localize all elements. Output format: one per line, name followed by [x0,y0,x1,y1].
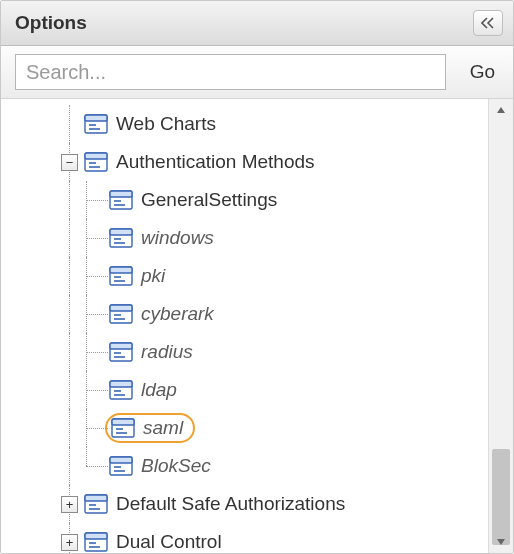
scroll-up-arrow-icon[interactable] [489,99,513,121]
tree-item-label: cyberark [141,303,214,325]
properties-icon [109,304,133,324]
svg-rect-17 [110,267,132,273]
go-button[interactable]: Go [470,61,495,83]
scroll-down-arrow-icon[interactable] [489,531,513,553]
tree-item-label: pki [141,265,165,287]
tree-container: Web Charts−Authentication MethodsGeneral… [1,99,513,553]
svg-rect-21 [110,305,132,311]
svg-rect-33 [112,419,134,425]
vertical-scrollbar[interactable] [488,99,513,553]
svg-rect-1 [85,115,107,121]
svg-rect-25 [110,343,132,349]
tree-item-label: windows [141,227,214,249]
expand-toggle[interactable]: + [61,496,78,513]
tree-item-auth-methods[interactable]: −Authentication Methods [1,143,488,181]
tree-item-default-safe-auth[interactable]: +Default Safe Authorizations [1,485,488,523]
svg-rect-41 [85,495,107,501]
options-panel: Options Go Web Charts−Authentication Met… [0,0,514,554]
tree-item-label: Authentication Methods [116,151,315,173]
collapse-panel-button[interactable] [473,10,503,36]
tree-item-ldap[interactable]: ldap [1,371,488,409]
properties-icon [84,152,108,172]
chevrons-left-icon [481,17,495,29]
svg-rect-5 [85,153,107,159]
tree-item-label: GeneralSettings [141,189,277,211]
svg-rect-13 [110,229,132,235]
properties-icon [109,380,133,400]
search-input[interactable] [15,54,446,90]
tree-item-dual-control[interactable]: +Dual Control [1,523,488,553]
properties-icon [109,228,133,248]
options-tree: Web Charts−Authentication MethodsGeneral… [1,99,488,553]
tree-item-pki[interactable]: pki [1,257,488,295]
tree-item-label: BlokSec [141,455,211,477]
properties-icon [84,494,108,514]
tree-item-windows[interactable]: windows [1,219,488,257]
panel-header: Options [1,1,513,46]
properties-icon [111,418,135,438]
properties-icon [109,190,133,210]
tree-item-label: Web Charts [116,113,216,135]
tree-item-radius[interactable]: radius [1,333,488,371]
toggle-spacer [61,116,78,133]
properties-icon [84,114,108,134]
tree-item-cyberark[interactable]: cyberark [1,295,488,333]
tree-item-label: radius [141,341,193,363]
tree-item-saml[interactable]: saml [1,409,488,447]
properties-icon [109,266,133,286]
svg-rect-37 [110,457,132,463]
highlight-ring: saml [105,413,195,443]
tree-item-label: saml [143,417,183,439]
tree-item-web-charts[interactable]: Web Charts [1,105,488,143]
svg-rect-9 [110,191,132,197]
tree-item-bloksec[interactable]: BlokSec [1,447,488,485]
collapse-toggle[interactable]: − [61,154,78,171]
properties-icon [84,532,108,552]
panel-title: Options [15,12,87,34]
svg-rect-45 [85,533,107,539]
search-bar: Go [1,46,513,99]
tree-item-label: Dual Control [116,531,222,553]
tree-item-label: ldap [141,379,177,401]
properties-icon [109,342,133,362]
tree-item-label: Default Safe Authorizations [116,493,345,515]
expand-toggle[interactable]: + [61,534,78,551]
tree-item-general-settings[interactable]: GeneralSettings [1,181,488,219]
svg-rect-29 [110,381,132,387]
properties-icon [109,456,133,476]
